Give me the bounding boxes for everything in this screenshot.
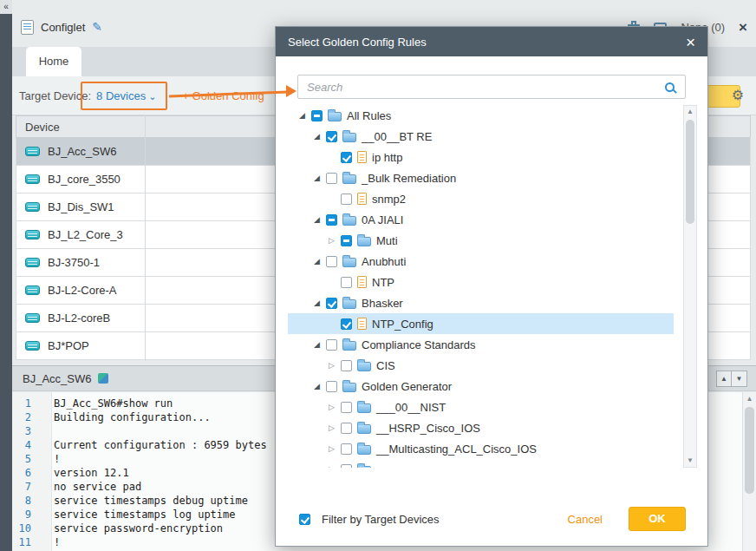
checkbox[interactable] bbox=[341, 402, 352, 413]
scrollbar-thumb[interactable] bbox=[686, 120, 694, 224]
tree-item[interactable]: ▷__Multicasting_ACL_Cisco_IOS bbox=[288, 438, 674, 459]
tree-item-label: All Rules bbox=[347, 109, 391, 122]
code-scrollbar[interactable]: ▲ bbox=[742, 392, 756, 551]
line-number: 11 bbox=[12, 536, 42, 550]
checkbox[interactable] bbox=[326, 298, 337, 309]
checkbox[interactable] bbox=[341, 235, 352, 246]
file-icon bbox=[357, 193, 367, 205]
checkbox[interactable] bbox=[326, 173, 337, 184]
scroll-up-icon[interactable]: ▲ bbox=[684, 106, 696, 118]
collapse-arrow-icon[interactable]: ◢ bbox=[311, 298, 323, 307]
checkbox[interactable] bbox=[341, 194, 352, 205]
screen: « Configlet ✎ None (0) × Home Target Dev… bbox=[0, 0, 756, 551]
tree-item[interactable]: ▷Muti bbox=[288, 230, 674, 251]
tree-item[interactable]: ◢Anubhuti bbox=[288, 251, 674, 272]
tree-item[interactable]: ◢__00__BT RE bbox=[288, 126, 674, 147]
prev-device-button[interactable]: ▲ bbox=[716, 371, 732, 387]
tab-home[interactable]: Home bbox=[26, 47, 81, 76]
device-name-label: BJ_Dis_SW1 bbox=[48, 200, 114, 213]
golden-config-button[interactable]: + Golden Config bbox=[182, 89, 264, 102]
checkbox[interactable] bbox=[326, 381, 337, 392]
expand-arrow-icon[interactable]: ▷ bbox=[326, 236, 337, 245]
checkbox[interactable] bbox=[326, 131, 337, 142]
tree-item[interactable]: ▷CIS bbox=[288, 355, 674, 376]
cancel-button[interactable]: Cancel bbox=[568, 513, 603, 526]
checkbox[interactable] bbox=[341, 152, 352, 163]
scrollbar-thumb[interactable] bbox=[745, 407, 754, 494]
tree-item[interactable]: ◢_Bulk Remediation bbox=[288, 167, 674, 188]
panel-collapse-button[interactable]: « bbox=[0, 0, 12, 14]
checkbox[interactable] bbox=[341, 318, 352, 330]
checkbox[interactable] bbox=[341, 360, 352, 371]
gear-icon[interactable]: ⚙ bbox=[732, 87, 744, 103]
tree-item[interactable]: NTP bbox=[288, 272, 674, 292]
search-input[interactable] bbox=[298, 81, 665, 94]
line-number: 1 bbox=[12, 397, 42, 411]
collapse-arrow-icon[interactable]: ◢ bbox=[311, 382, 323, 390]
switch-icon bbox=[25, 313, 40, 323]
checkbox[interactable] bbox=[326, 214, 337, 226]
checkbox[interactable] bbox=[341, 443, 352, 455]
page-title: Configlet bbox=[41, 21, 85, 34]
expand-arrow-icon[interactable]: ▷ bbox=[326, 361, 337, 370]
edit-pencil-icon[interactable]: ✎ bbox=[92, 20, 102, 34]
tree-item[interactable]: ▷ bbox=[288, 459, 674, 468]
code-text: service password-encryption bbox=[54, 522, 223, 536]
rules-tree: ◢All Rules◢__00__BT REip http◢_Bulk Reme… bbox=[288, 105, 674, 468]
ok-button[interactable]: OK bbox=[629, 507, 686, 531]
line-number: 10 bbox=[12, 522, 42, 536]
tree-item[interactable]: ◢Compliance Standards bbox=[288, 334, 674, 355]
search-icon[interactable] bbox=[665, 82, 675, 92]
tree-scrollbar[interactable]: ▲ ▼ bbox=[683, 105, 697, 468]
target-device-value: 8 Devices bbox=[96, 89, 146, 102]
expand-arrow-icon[interactable]: ▷ bbox=[326, 444, 337, 453]
scroll-down-icon[interactable]: ▼ bbox=[684, 455, 696, 467]
code-text: service timestamps debug uptime bbox=[54, 495, 248, 508]
checkbox[interactable] bbox=[341, 423, 352, 434]
checkbox[interactable] bbox=[341, 277, 352, 288]
close-icon[interactable]: × bbox=[739, 20, 747, 35]
collapse-arrow-icon[interactable]: ◢ bbox=[311, 257, 323, 266]
switch-icon bbox=[25, 202, 40, 212]
tree-item-label: Compliance Standards bbox=[362, 338, 476, 351]
code-text: Building configuration... bbox=[54, 411, 211, 425]
collapse-arrow-icon[interactable]: ◢ bbox=[297, 111, 308, 120]
tree-item-label: Anubhuti bbox=[362, 255, 406, 268]
checkbox[interactable] bbox=[311, 110, 323, 121]
next-device-button[interactable]: ▼ bbox=[732, 371, 747, 387]
checkbox[interactable] bbox=[326, 339, 337, 351]
filter-by-target-devices-checkbox[interactable] bbox=[299, 514, 310, 525]
tree-item[interactable]: ◢0A JIALI bbox=[288, 209, 674, 230]
tree-item-label: ___00__NIST bbox=[376, 401, 446, 414]
expand-arrow-icon[interactable]: ▷ bbox=[326, 403, 337, 411]
folder-icon bbox=[342, 133, 356, 142]
tree-item[interactable]: snmp2 bbox=[288, 188, 674, 209]
expand-arrow-icon[interactable]: ▷ bbox=[326, 465, 337, 468]
dialog-footer: Filter by Target Devices Cancel OK bbox=[297, 506, 686, 532]
target-device-label: Target Device: bbox=[19, 89, 91, 102]
dialog-close-icon[interactable]: × bbox=[686, 34, 695, 50]
scroll-up-icon[interactable]: ▲ bbox=[743, 392, 756, 405]
expand-arrow-icon[interactable]: ▷ bbox=[326, 423, 337, 432]
tree-item[interactable]: ip http bbox=[288, 147, 674, 167]
tree-item-label: Golden Generator bbox=[362, 380, 452, 393]
collapse-arrow-icon[interactable]: ◢ bbox=[311, 215, 323, 224]
target-device-dropdown[interactable]: 8 Devices⌄ bbox=[96, 89, 156, 102]
tree-item[interactable]: ◢All Rules bbox=[288, 105, 674, 126]
tree-item[interactable]: NTP_Config bbox=[288, 313, 674, 334]
collapse-arrow-icon[interactable]: ◢ bbox=[311, 132, 323, 141]
collapse-arrow-icon[interactable]: ◢ bbox=[311, 340, 323, 349]
tree-item-label: CIS bbox=[376, 359, 395, 372]
tree-item[interactable]: ▷___00__NIST bbox=[288, 397, 674, 417]
file-icon bbox=[357, 318, 367, 330]
checkbox[interactable] bbox=[341, 464, 352, 469]
tree-item[interactable]: ◢Golden Generator bbox=[288, 376, 674, 397]
checkbox[interactable] bbox=[326, 256, 337, 267]
device-name-label: BJ-3750-1 bbox=[48, 256, 100, 269]
folder-icon bbox=[342, 383, 356, 392]
tree-item[interactable]: ◢Bhasker bbox=[288, 292, 674, 313]
device-name-label: BJ_Acc_SW6 bbox=[48, 145, 116, 158]
switch-icon bbox=[25, 147, 40, 156]
tree-item[interactable]: ▷__HSRP_Cisco_IOS bbox=[288, 417, 674, 438]
collapse-arrow-icon[interactable]: ◢ bbox=[311, 174, 323, 182]
